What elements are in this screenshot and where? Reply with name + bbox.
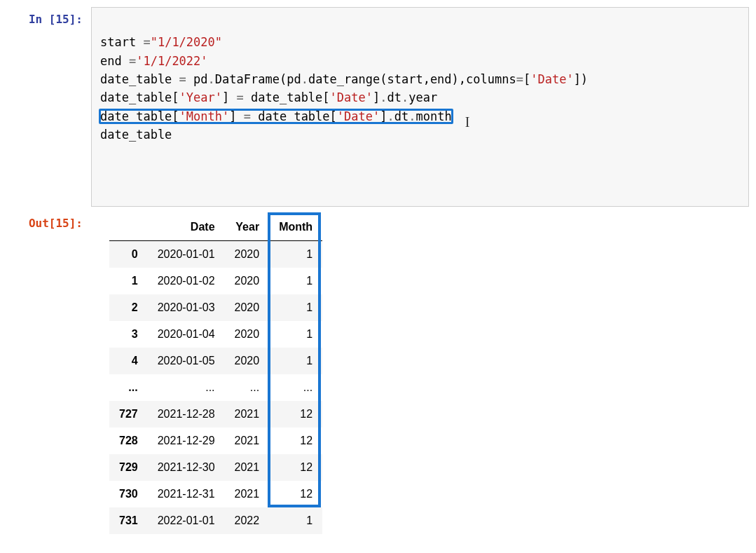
- table-row: 7282021-12-29202112: [109, 428, 322, 454]
- table-row: ............: [109, 374, 322, 401]
- cell-year: 2020: [225, 268, 270, 294]
- code-token: =: [516, 72, 523, 86]
- cell-year: 2020: [225, 294, 270, 321]
- code-token: =: [237, 90, 244, 104]
- cell-year: 2020: [225, 241, 270, 268]
- code-token: ]: [373, 90, 380, 104]
- code-token: =: [143, 35, 150, 49]
- code-token: .: [408, 109, 415, 123]
- table-row: 7292021-12-30202112: [109, 454, 322, 481]
- row-index: 727: [109, 401, 148, 428]
- col-header-index: [109, 214, 148, 241]
- code-token: dt: [394, 109, 408, 123]
- row-index: 0: [109, 241, 148, 268]
- cell-month: 12: [269, 454, 322, 481]
- table-row: 02020-01-0120201: [109, 241, 322, 268]
- code-token: ]: [380, 109, 387, 123]
- code-token: '1/1/2022': [136, 54, 207, 68]
- row-index: 1: [109, 268, 148, 294]
- cell-year: 2021: [225, 428, 270, 454]
- code-token: .: [208, 72, 215, 86]
- cell-year: 2021: [225, 454, 270, 481]
- dataframe-table: Date Year Month 02020-01-012020112020-01…: [109, 214, 322, 534]
- code-token: DataFrame(pd: [215, 72, 301, 86]
- code-token: .: [301, 72, 308, 86]
- row-index: 729: [109, 454, 148, 481]
- row-index: 731: [109, 507, 148, 534]
- code-token: 'Date': [530, 72, 573, 86]
- cell-month: 12: [269, 428, 322, 454]
- code-token: date_table[: [244, 90, 330, 104]
- cell-year: 2021: [225, 481, 270, 507]
- code-token: .: [380, 90, 387, 104]
- code-token: =: [129, 54, 136, 68]
- input-prompt: In [15]:: [7, 7, 91, 26]
- code-token: ]: [229, 109, 243, 123]
- code-token: date_range(start,end),columns: [308, 72, 516, 86]
- code-token: 'Date': [330, 90, 373, 104]
- table-header-row: Date Year Month: [109, 214, 322, 241]
- cell-year: 2021: [225, 401, 270, 428]
- code-token: 'Date': [337, 109, 380, 123]
- cell-year: ...: [225, 374, 270, 401]
- row-index: ...: [109, 374, 148, 401]
- cell-date: ...: [148, 374, 225, 401]
- col-header-date: Date: [148, 214, 225, 241]
- cell-month: 12: [269, 481, 322, 507]
- table-row: 32020-01-0420201: [109, 321, 322, 348]
- code-token: =: [244, 109, 251, 123]
- row-index: 730: [109, 481, 148, 507]
- code-token: date_table[: [100, 90, 179, 104]
- code-token: date_table[: [251, 109, 337, 123]
- cell-year: 2020: [225, 348, 270, 374]
- code-input-area[interactable]: start ="1/1/2020" end ='1/1/2022' date_t…: [91, 7, 749, 207]
- table-row: 7302021-12-31202112: [109, 481, 322, 507]
- cell-year: 2020: [225, 321, 270, 348]
- cell-date: 2021-12-31: [148, 481, 225, 507]
- table-row: 7312022-01-0120221: [109, 507, 322, 534]
- code-token: month: [415, 109, 451, 123]
- cell-month: 1: [269, 348, 322, 374]
- code-token: .: [401, 90, 408, 104]
- code-token: 'Month': [179, 109, 230, 123]
- cell-date: 2020-01-04: [148, 321, 225, 348]
- cell-date: 2020-01-01: [148, 241, 225, 268]
- cell-month: 12: [269, 401, 322, 428]
- row-index: 4: [109, 348, 148, 374]
- row-index: 3: [109, 321, 148, 348]
- cell-date: 2022-01-01: [148, 507, 225, 534]
- cell-date: 2020-01-03: [148, 294, 225, 321]
- cell-month: 1: [269, 294, 322, 321]
- cell-month: ...: [269, 374, 322, 401]
- input-cell: In [15]: start ="1/1/2020" end ='1/1/202…: [7, 7, 749, 207]
- cell-month: 1: [269, 507, 322, 534]
- code-token: =: [179, 72, 186, 86]
- code-token: ]): [574, 72, 588, 86]
- cell-month: 1: [269, 321, 322, 348]
- row-index: 2: [109, 294, 148, 321]
- cell-month: 1: [269, 268, 322, 294]
- output-area: Date Year Month 02020-01-012020112020-01…: [91, 211, 749, 536]
- row-index: 728: [109, 428, 148, 454]
- code-token: start: [100, 35, 143, 49]
- col-header-month: Month: [269, 214, 322, 241]
- code-token: end: [100, 54, 129, 68]
- output-prompt: Out[15]:: [7, 211, 91, 230]
- cell-date: 2021-12-28: [148, 401, 225, 428]
- code-token: date_table: [100, 72, 179, 86]
- code-token: date_table[: [100, 109, 179, 123]
- table-row: 42020-01-0520201: [109, 348, 322, 374]
- code-token: .: [387, 109, 394, 123]
- table-row: 7272021-12-28202112: [109, 401, 322, 428]
- code-token: ]: [222, 90, 236, 104]
- text-cursor-icon: I: [465, 111, 470, 133]
- code-token: "1/1/2020": [151, 35, 222, 49]
- table-row: 12020-01-0220201: [109, 268, 322, 294]
- cell-date: 2021-12-30: [148, 454, 225, 481]
- col-header-year: Year: [225, 214, 270, 241]
- cell-date: 2020-01-05: [148, 348, 225, 374]
- code-token: [: [523, 72, 530, 86]
- code-token: date_table: [100, 128, 172, 142]
- code-token: pd: [186, 72, 208, 86]
- code-token: dt: [387, 90, 401, 104]
